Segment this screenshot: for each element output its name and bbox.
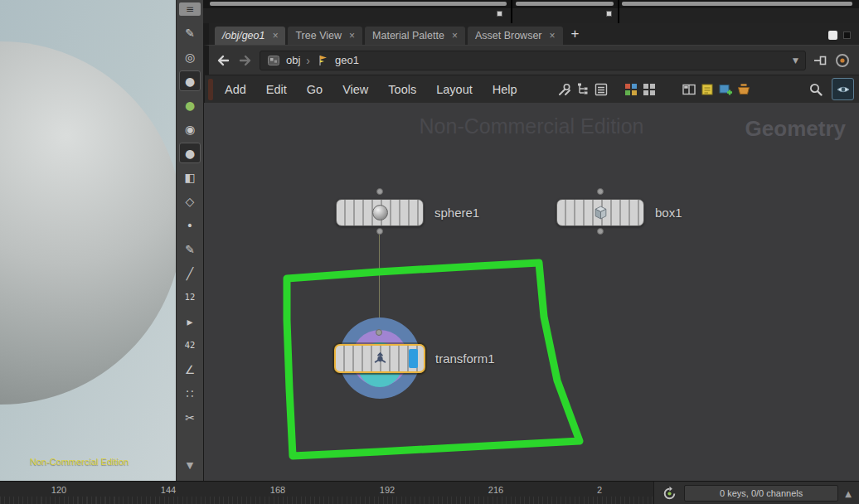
box1-input-connector[interactable] [597, 188, 604, 195]
snap-grid-icon[interactable]: ∷ [179, 381, 201, 405]
pane-tab-bar: /obj/geo1 × Tree View × Material Palette… [203, 23, 859, 45]
pane-divider[interactable] [618, 0, 619, 23]
shelf-basket-icon[interactable] [735, 80, 753, 99]
viewport-toolbar: ≡ ✎ ◎ ● ● ◉ ● ◧ ◇ • ✎ ╱ 12 ▸ 42 ∠ ∷ ✂ ▼ [176, 0, 203, 481]
brush-tool-icon[interactable]: ✎ [179, 237, 201, 261]
sphere1-output-connector[interactable] [376, 228, 383, 235]
geometry-tool-icon[interactable]: ● [179, 143, 201, 163]
network-path-bar: obj › geo1 ▼ [203, 45, 859, 75]
wireframe-mode-icon[interactable]: ◇ [179, 189, 201, 213]
keyframe-42-icon[interactable]: 42 [179, 333, 201, 357]
transform1-input-connector[interactable] [376, 329, 382, 336]
eye-icon [836, 82, 851, 97]
node-box1[interactable]: box1 [556, 199, 644, 226]
path-dropdown-icon[interactable]: ▼ [793, 56, 798, 65]
timeline-tick-label: 168 [270, 485, 285, 495]
network-menu-bar: Add Edit Go View Tools Layout Help [203, 75, 859, 103]
tools-icon[interactable] [556, 80, 574, 99]
list-view-icon[interactable] [592, 80, 610, 99]
small-light-tool-icon[interactable]: ● [179, 93, 201, 117]
pane-menu-icon[interactable] [843, 32, 851, 39]
menu-view[interactable]: View [339, 81, 371, 98]
tab-label: /obj/geo1 [222, 30, 264, 41]
scene-viewport[interactable]: Non-Commercial Edition [0, 0, 176, 481]
shading-mode-icon[interactable]: ◧ [179, 165, 201, 189]
hand-tool-icon[interactable]: ▸ [179, 309, 201, 333]
menu-go[interactable]: Go [303, 81, 326, 98]
pin-path-icon[interactable] [812, 52, 828, 69]
light-tool-icon[interactable]: ● [179, 70, 201, 91]
tab-material-palette[interactable]: Material Palette × [365, 27, 465, 45]
toolbar-scroll-down-icon[interactable]: ▼ [179, 453, 201, 477]
node-sphere1[interactable]: sphere1 [336, 199, 424, 226]
visibility-toggle[interactable] [832, 78, 854, 100]
pane-split-icon[interactable] [680, 80, 698, 99]
pane-control-icon[interactable] [606, 11, 612, 17]
back-button[interactable] [215, 52, 231, 69]
network-path-field[interactable]: obj › geo1 ▼ [260, 51, 806, 70]
tab-close-icon[interactable]: × [550, 30, 556, 41]
pen-tool-icon[interactable]: ✎ [179, 21, 201, 45]
new-tab-button[interactable]: + [571, 26, 580, 45]
search-icon[interactable] [807, 80, 825, 99]
points-display-icon[interactable]: • [179, 213, 201, 237]
pane-control-icon[interactable] [497, 11, 502, 17]
tree-view-icon[interactable] [574, 80, 592, 99]
menu-tools[interactable]: Tools [385, 81, 420, 98]
keyframe-12-icon[interactable]: 12 [179, 285, 201, 309]
pane-scrollbar[interactable] [622, 2, 852, 6]
channel-info-field[interactable]: 0 keys, 0/0 channels [684, 485, 838, 502]
menubar-right-controls [807, 78, 854, 100]
houdini-window: Non-Commercial Edition ≡ ✎ ◎ ● ● ◉ ● ◧ ◇… [0, 0, 859, 504]
tab-close-icon[interactable]: × [272, 30, 278, 41]
display-flag[interactable] [409, 349, 418, 368]
menubar-drag-handle[interactable] [208, 79, 213, 100]
orbit-tool-icon[interactable]: ◎ [179, 45, 201, 69]
notes-icon[interactable] [698, 80, 716, 99]
tabbar-controls [828, 31, 859, 45]
timeline-tick-label: 216 [488, 485, 503, 495]
toolbar-menu-handle-icon[interactable]: ≡ [179, 2, 201, 16]
path-separator: › [306, 54, 310, 67]
menu-layout[interactable]: Layout [433, 81, 476, 98]
sphere1-input-connector[interactable] [376, 188, 383, 195]
node-label-sphere1: sphere1 [434, 206, 479, 220]
viewport-sphere-geometry [0, 41, 176, 405]
path-current-label[interactable]: geo1 [335, 54, 359, 66]
cut-tool-icon[interactable]: ✂ [179, 405, 201, 429]
auto-key-icon[interactable] [662, 486, 677, 502]
pane-scrollbar[interactable] [516, 2, 614, 6]
tab-close-icon[interactable]: × [349, 30, 355, 41]
tab-tree-view[interactable]: Tree View × [288, 27, 362, 45]
box1-output-connector[interactable] [597, 228, 604, 235]
tab-obj-geo1[interactable]: /obj/geo1 × [215, 27, 285, 45]
camera-tool-icon[interactable]: ◉ [179, 117, 201, 141]
angle-tool-icon[interactable]: ∠ [179, 357, 201, 381]
pane-maximize-icon[interactable] [828, 31, 837, 40]
follow-selection-icon[interactable] [834, 52, 851, 69]
node-transform1[interactable]: transform1 [334, 344, 425, 373]
tab-close-icon[interactable]: × [452, 30, 458, 41]
menu-edit[interactable]: Edit [263, 81, 290, 98]
expand-playbar-icon[interactable]: ▲ [845, 489, 852, 498]
layout-grid-icon[interactable] [640, 80, 658, 99]
obj-network-icon [267, 54, 280, 67]
channel-controls: 0 keys, 0/0 channels ▲ [653, 482, 859, 504]
timeline-tick-label: 144 [161, 485, 176, 495]
knife-tool-icon[interactable]: ╱ [179, 261, 201, 285]
box-node-icon [593, 205, 609, 220]
top-pane-strip [203, 0, 859, 23]
tab-asset-browser[interactable]: Asset Browser × [468, 27, 563, 45]
timeline-ruler[interactable]: 120 144 168 192 216 2 [0, 482, 653, 504]
pane-scrollbar[interactable] [210, 2, 507, 6]
path-root-label[interactable]: obj [286, 54, 300, 66]
sphere-node-icon [372, 205, 388, 220]
color-palette-grid-icon[interactable] [622, 80, 640, 99]
network-editor-canvas[interactable]: Non-Commercial Edition Geometry sphere1 … [203, 103, 859, 481]
timeline-tick-marks [0, 497, 653, 504]
menu-add[interactable]: Add [221, 81, 250, 98]
forward-button[interactable] [237, 52, 254, 69]
snapshot-add-icon[interactable] [716, 80, 735, 99]
menu-help[interactable]: Help [489, 81, 521, 98]
pane-divider[interactable] [511, 0, 512, 23]
